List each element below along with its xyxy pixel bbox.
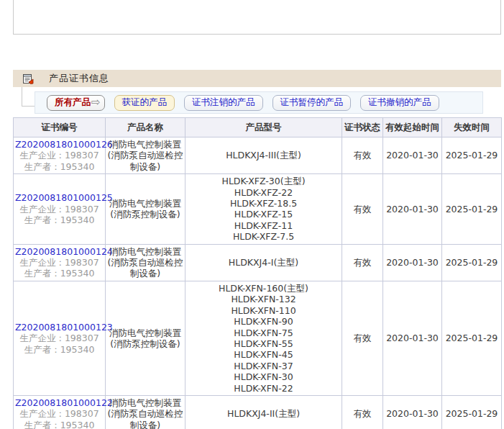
cert-number-link[interactable]: Z2020081801000124 <box>15 246 104 257</box>
notepad-red-arrow-icon <box>22 73 34 84</box>
status-cell: 有效 <box>342 137 383 174</box>
valid-to-cell: 2025-01-29 <box>442 395 502 429</box>
table-row: Z2020081801000122 生产企业：198307 生产者：195340… <box>14 395 502 429</box>
valid-to-cell: 2025-01-29 <box>442 174 502 244</box>
table-header-row: 证书编号 产品名称 产品型号 证书状态 有效起始时间 失效时间 <box>14 118 502 137</box>
valid-from-cell: 2020-01-30 <box>383 174 442 244</box>
cert-cell: Z2020081801000123 生产企业：198307 生产者：195340 <box>14 281 106 395</box>
tab-cancelled-certificates[interactable]: 证书注销的产品 <box>184 95 263 111</box>
cert-number-link[interactable]: Z2020081801000126 <box>15 139 104 150</box>
tab-all-products[interactable]: 所有产品 ⇨ <box>47 95 105 111</box>
valid-from-cell: 2020-01-30 <box>383 281 442 395</box>
producer-id: 生产者：195340 <box>15 214 104 225</box>
valid-from-cell: 2020-01-30 <box>383 137 442 174</box>
cert-number-link[interactable]: Z2020081801000125 <box>15 192 104 203</box>
cert-cell: Z2020081801000126 生产企业：198307 生产者：195340 <box>14 137 106 174</box>
section-header-bar: 产品证书信息 <box>13 70 501 87</box>
status-cell: 有效 <box>342 244 383 281</box>
valid-from-cell: 2020-01-30 <box>383 395 442 429</box>
manufacturer-id: 生产企业：198307 <box>15 333 104 343</box>
producer-id: 生产者：195340 <box>15 344 104 355</box>
header-valid-to: 失效时间 <box>442 118 502 137</box>
product-name-cell: 消防电气控制装置 (消防泵自动巡检控 制设备) <box>106 395 185 429</box>
cert-cell: Z2020081801000122 生产企业：198307 生产者：195340 <box>14 395 106 429</box>
producer-id: 生产者：195340 <box>15 268 104 279</box>
product-models-cell: HLDKXJ4-III(主型) <box>185 137 342 174</box>
product-name-cell: 消防电气控制装置 (消防泵自动巡检控 制设备) <box>106 244 185 281</box>
valid-to-cell: 2025-01-29 <box>442 244 502 281</box>
valid-to-cell: 2025-01-29 <box>442 137 502 174</box>
table-row: Z2020081801000126 生产企业：198307 生产者：195340… <box>14 137 502 174</box>
cert-cell: Z2020081801000124 生产企业：198307 生产者：195340 <box>14 244 106 281</box>
header-cert-status: 证书状态 <box>342 118 383 137</box>
cert-cell: Z2020081801000125 生产企业：198307 生产者：195340 <box>14 174 106 244</box>
manufacturer-id: 生产企业：198307 <box>15 408 104 419</box>
top-panel <box>13 0 501 35</box>
status-cell: 有效 <box>342 174 383 244</box>
product-filter-tab-strip: 所有产品 ⇨ 获证的产品 证书注销的产品 证书暂停的产品 证书撤销的产品 <box>35 91 483 114</box>
manufacturer-id: 生产企业：198307 <box>15 150 104 161</box>
tree-connector-vertical <box>22 87 22 106</box>
table-row: Z2020081801000124 生产企业：198307 生产者：195340… <box>14 244 502 281</box>
product-models-cell: HLDK-XFN-160(主型) HLDK-XFN-132 HLDK-XFN-1… <box>185 281 342 395</box>
producer-id: 生产者：195340 <box>15 420 104 429</box>
valid-from-cell: 2020-01-30 <box>383 244 442 281</box>
tab-certified-products[interactable]: 获证的产品 <box>114 95 175 111</box>
table-row: Z2020081801000123 生产企业：198307 生产者：195340… <box>14 281 502 395</box>
tab-all-products-label: 所有产品 <box>55 98 91 107</box>
valid-to-cell: 2025-01-29 <box>442 281 502 395</box>
arrow-right-icon: ⇨ <box>91 96 101 107</box>
producer-id: 生产者：195340 <box>15 161 104 172</box>
product-models-cell: HLDKXJ4-I(主型) <box>185 244 342 281</box>
manufacturer-id: 生产企业：198307 <box>15 204 104 214</box>
product-name-cell: 消防电气控制装置 (消防泵控制设备) <box>106 281 185 395</box>
header-product-model: 产品型号 <box>185 118 342 137</box>
tab-suspended-certificates[interactable]: 证书暂停的产品 <box>272 95 352 111</box>
header-valid-from: 有效起始时间 <box>383 118 442 137</box>
product-models-cell: HLDKXJ4-II(主型) <box>185 395 342 429</box>
certificate-table: 证书编号 产品名称 产品型号 证书状态 有效起始时间 失效时间 Z2020081… <box>13 117 502 429</box>
product-name-cell: 消防电气控制装置 (消防泵自动巡检控 制设备) <box>106 137 185 174</box>
cert-number-link[interactable]: Z2020081801000122 <box>15 397 104 408</box>
status-cell: 有效 <box>342 281 383 395</box>
tab-revoked-certificates[interactable]: 证书撤销的产品 <box>360 95 439 111</box>
cert-number-link[interactable]: Z2020081801000123 <box>15 322 104 333</box>
header-cert-no: 证书编号 <box>14 118 106 137</box>
product-models-cell: HLDK-XFZ-30(主型) HLDK-XFZ-22 HLDK-XFZ-18.… <box>185 174 342 244</box>
manufacturer-id: 生产企业：198307 <box>15 257 104 268</box>
section-title: 产品证书信息 <box>49 72 109 85</box>
table-row: Z2020081801000125 生产企业：198307 生产者：195340… <box>14 174 502 244</box>
page-root: 产品证书信息 所有产品 ⇨ 获证的产品 证书注销的产品 证书暂停的产品 证书撤销… <box>0 0 504 429</box>
header-product-name: 产品名称 <box>106 118 185 137</box>
tree-connector-horizontal <box>22 106 35 107</box>
product-name-cell: 消防电气控制装置 (消防泵控制设备) <box>106 174 185 244</box>
status-cell: 有效 <box>342 395 383 429</box>
